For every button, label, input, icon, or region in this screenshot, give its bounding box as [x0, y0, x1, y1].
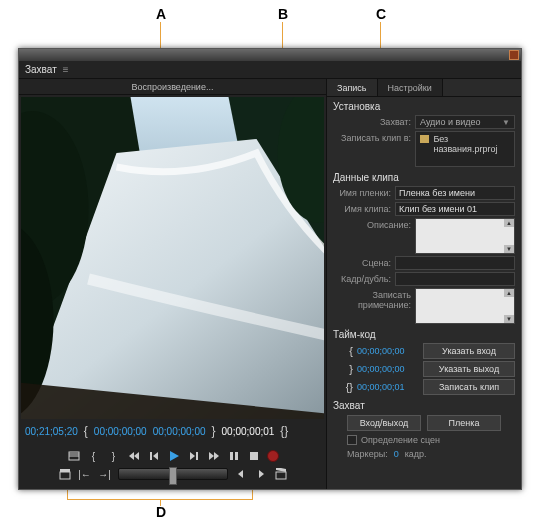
svg-marker-21 [238, 470, 243, 478]
in-timecode[interactable]: 00;00;00;00 [94, 426, 147, 437]
goto-out-icon[interactable]: →| [98, 467, 112, 481]
video-preview[interactable] [21, 97, 324, 419]
chevron-down-icon: ▼ [502, 118, 510, 127]
scroll-down-icon[interactable]: ▼ [504, 245, 514, 253]
svg-marker-8 [134, 452, 139, 460]
set-in-icon[interactable]: { [87, 449, 101, 463]
dur-brace-icon: {} [333, 381, 353, 393]
scene-input[interactable] [395, 256, 515, 270]
right-tabs: Запись Настройки [327, 79, 521, 97]
scene-detect-label: Определение сцен [361, 435, 440, 445]
tape-button[interactable]: Пленка [427, 415, 501, 431]
capture-window: Захват ≡ Воспроизведение... [18, 48, 522, 490]
inout-button[interactable]: Вход/выход [347, 415, 421, 431]
brace-out-icon: } [212, 424, 216, 438]
svg-rect-16 [230, 452, 233, 460]
svg-marker-22 [259, 470, 264, 478]
panel-tab[interactable]: Захват ≡ [19, 61, 521, 79]
scroll-up-icon[interactable]: ▲ [504, 219, 514, 227]
next-scene-icon[interactable] [254, 467, 268, 481]
duration-value[interactable]: 00;00;00;01 [357, 382, 419, 392]
svg-rect-18 [250, 452, 258, 460]
step-back-icon[interactable] [147, 449, 161, 463]
capture-heading: Захват [327, 396, 521, 413]
callout-a: A [156, 6, 166, 22]
lognote-label: Записать примечание: [333, 288, 411, 310]
transport-controls: { } |← →| [19, 441, 326, 489]
in-brace-icon: { [333, 345, 353, 357]
play-icon[interactable] [167, 449, 181, 463]
lognote-textarea[interactable]: ▲ ▼ [415, 288, 515, 324]
capture-dropdown[interactable]: Аудио и видео ▼ [415, 115, 515, 129]
clipdata-heading: Данные клипа [327, 168, 521, 185]
out-point-value[interactable]: 00;00;00;00 [357, 364, 419, 374]
close-icon[interactable] [509, 50, 519, 60]
svg-rect-23 [276, 472, 286, 479]
callout-bracket-d [67, 490, 253, 500]
markers-label: Маркеры: [347, 449, 388, 459]
set-in-button[interactable]: Указать вход [423, 343, 515, 359]
project-bin[interactable]: Без названия.prproj [415, 131, 515, 167]
desc-label: Описание: [333, 218, 411, 230]
jog-shuttle[interactable] [118, 468, 228, 480]
pause-icon[interactable] [227, 449, 241, 463]
svg-rect-19 [60, 472, 70, 479]
description-textarea[interactable]: ▲ ▼ [415, 218, 515, 254]
slate2-icon[interactable] [274, 467, 288, 481]
svg-marker-7 [129, 452, 134, 460]
out-brace-icon: } [333, 363, 353, 375]
duration-timecode[interactable]: 00;00;00;01 [222, 426, 275, 437]
panel-menu-icon[interactable]: ≡ [63, 64, 69, 75]
callout-b: B [278, 6, 288, 22]
setup-heading: Установка [327, 97, 521, 114]
shot-input[interactable] [395, 272, 515, 286]
set-out-button[interactable]: Указать выход [423, 361, 515, 377]
panel-title: Захват [25, 64, 57, 75]
in-point-value[interactable]: 00;00;00;00 [357, 346, 419, 356]
set-out-icon[interactable]: } [107, 449, 121, 463]
svg-rect-9 [150, 452, 152, 460]
scene-detect-checkbox[interactable] [347, 435, 357, 445]
clip-label: Имя клипа: [333, 202, 391, 214]
log-clip-button[interactable]: Записать клип [423, 379, 515, 395]
rewind-icon[interactable] [127, 449, 141, 463]
folder-icon [420, 135, 429, 143]
callout-c: C [376, 6, 386, 22]
svg-rect-17 [235, 452, 238, 460]
callout-line-d [160, 500, 161, 506]
timecode-row: 00;21;05;20 { 00;00;00;00 00;00;00;00 } … [19, 421, 326, 441]
svg-marker-10 [153, 452, 158, 460]
out-timecode[interactable]: 00;00;00;00 [153, 426, 206, 437]
svg-marker-12 [190, 452, 195, 460]
logto-label: Записать клип в: [333, 131, 411, 143]
svg-marker-11 [170, 451, 179, 461]
prev-scene-icon[interactable] [234, 467, 248, 481]
svg-rect-20 [60, 469, 70, 472]
record-icon[interactable] [267, 450, 279, 462]
stop-icon[interactable] [247, 449, 261, 463]
clip-name-input[interactable] [395, 202, 515, 216]
main-area: Воспроизведение... [19, 79, 521, 489]
svg-marker-14 [209, 452, 214, 460]
tab-record[interactable]: Запись [327, 79, 378, 96]
slate-icon[interactable] [58, 467, 72, 481]
ffwd-icon[interactable] [207, 449, 221, 463]
goto-in-icon[interactable]: |← [78, 467, 92, 481]
brace-dur-icon: {} [280, 424, 288, 438]
titlebar[interactable] [19, 49, 521, 61]
tab-settings[interactable]: Настройки [378, 79, 443, 96]
scene-label: Сцена: [333, 256, 391, 268]
shot-label: Кадр/дубль: [333, 272, 391, 284]
tape-label: Имя пленки: [333, 186, 391, 198]
svg-rect-13 [196, 452, 198, 460]
tape-name-input[interactable] [395, 186, 515, 200]
scroll-up-icon-2[interactable]: ▲ [504, 289, 514, 297]
scroll-down-icon-2[interactable]: ▼ [504, 315, 514, 323]
svg-marker-15 [214, 452, 219, 460]
preview-image [21, 97, 324, 419]
scene-detect-icon[interactable] [67, 449, 81, 463]
step-fwd-icon[interactable] [187, 449, 201, 463]
markers-count[interactable]: 0 [394, 449, 399, 459]
capture-value: Аудио и видео [420, 117, 481, 127]
device-timecode[interactable]: 00;21;05;20 [25, 426, 78, 437]
